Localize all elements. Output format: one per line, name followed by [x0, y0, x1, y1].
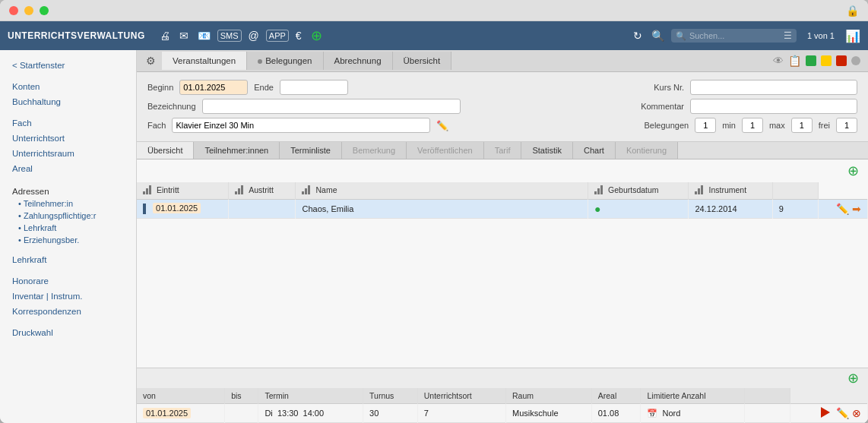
participants-table: Eintritt Austritt: [137, 182, 868, 219]
sidebar-item-buchhaltung[interactable]: Buchhaltung: [0, 94, 136, 109]
add-circle-icon[interactable]: ⊕: [309, 26, 325, 46]
sub-tab-statistik[interactable]: Statistik: [521, 142, 573, 159]
cell-limitierte: [745, 404, 790, 423]
note-icon[interactable]: 📋: [788, 55, 801, 67]
beginn-input[interactable]: [179, 80, 248, 95]
max-input[interactable]: [791, 118, 813, 133]
bottom-header-row: ⊕: [137, 368, 868, 388]
cell-turnus2: 7: [417, 404, 505, 423]
fach-input[interactable]: [172, 118, 430, 133]
termin-row[interactable]: 01.01.2025 Di 13:30 14:00 30: [137, 404, 868, 423]
content-area: ⚙ Veranstaltungen Belegungen Abrechnung …: [137, 50, 868, 423]
at-icon[interactable]: @: [246, 28, 261, 43]
sidebar-item-unterrichtsraum[interactable]: Unterrichtsraum: [0, 146, 136, 161]
th-unterrichtsort: Unterrichtsort: [417, 388, 505, 404]
ende-label: Ende: [254, 83, 274, 92]
th-austritt: Austritt: [229, 182, 296, 200]
sms-icon[interactable]: SMS: [217, 30, 242, 42]
th-geburtsdatum: Geburtsdatum: [588, 182, 689, 200]
edit-row-button[interactable]: ✏️: [836, 203, 849, 215]
add-participant-button[interactable]: ⊕: [847, 163, 859, 179]
sidebar-item-unterrichtsort[interactable]: Unterrichtsort: [0, 131, 136, 146]
th-row-actions: [772, 182, 818, 200]
sidebar-item-lehrkraft[interactable]: Lehrkraft: [0, 252, 136, 267]
record-count: 1 von 1: [807, 31, 835, 40]
kurs-nr-input[interactable]: [690, 80, 857, 95]
sidebar-item-lehrkraft-sub[interactable]: • Lehrkraft: [0, 222, 136, 234]
color-yellow[interactable]: [821, 55, 832, 66]
sidebar-item-areal[interactable]: Areal: [0, 161, 136, 176]
refresh-icon[interactable]: ↻: [631, 28, 645, 43]
tab-veranstaltungen[interactable]: Veranstaltungen: [162, 52, 247, 70]
eye-icon[interactable]: 👁: [773, 55, 784, 67]
belegungen-input[interactable]: [695, 118, 716, 133]
mail-icon[interactable]: ✉: [177, 28, 191, 43]
close-button[interactable]: [9, 6, 18, 15]
tab-übersicht[interactable]: Übersicht: [393, 52, 452, 70]
cell-bis: [225, 404, 258, 423]
maximize-button[interactable]: [40, 6, 49, 15]
th-termin: Termin: [258, 388, 363, 404]
sort-bar-eintritt: [143, 185, 151, 194]
sidebar-item-startfenster[interactable]: < Startfenster: [0, 58, 136, 73]
kommentar-label: Kommentar: [641, 102, 684, 111]
email-icon[interactable]: 📧: [195, 28, 213, 43]
min-input[interactable]: [742, 118, 763, 133]
cell-bottom-actions: ✏️ ⊗: [790, 404, 868, 423]
color-red[interactable]: [836, 55, 847, 66]
tabs-row: ⚙ Veranstaltungen Belegungen Abrechnung …: [137, 50, 868, 72]
sidebar-item-fach[interactable]: Fach: [0, 115, 136, 131]
bezeichnung-input[interactable]: [202, 99, 461, 114]
delete-termin-button[interactable]: ⊗: [852, 407, 861, 419]
navbar: UNTERRICHTSVERWALTUNG 🖨 ✉ 📧 SMS @ APP € …: [0, 21, 868, 50]
edit-fach-icon[interactable]: ✏️: [436, 120, 448, 131]
bars-chart-icon[interactable]: 📊: [845, 29, 860, 43]
app-brand: UNTERRICHTSVERWALTUNG: [8, 30, 145, 41]
sidebar-item-konten[interactable]: Konten: [0, 79, 136, 94]
search-box[interactable]: 🔍 ☰: [671, 29, 797, 43]
max-label: max: [769, 121, 785, 130]
kommentar-input[interactable]: [690, 99, 857, 114]
min-label: min: [722, 121, 736, 130]
edit-termin-button[interactable]: ✏️: [836, 407, 849, 419]
sidebar-item-teilnehmer[interactable]: • Teilnehmer:in: [0, 197, 136, 210]
sub-tab-terminliste[interactable]: Terminliste: [280, 142, 342, 159]
navigate-row-button[interactable]: ➡: [852, 203, 861, 215]
tab-belegungen[interactable]: Belegungen: [247, 52, 323, 70]
sidebar-item-inventar[interactable]: Inventar | Instrum.: [0, 289, 136, 304]
form-area: Beginn Ende Kurs Nr. Bezeichnung Komment…: [137, 72, 868, 142]
cell-unterrichtsort: Musikschule: [506, 404, 592, 423]
bezeichnung-label: Bezeichnung: [147, 102, 196, 111]
app2-icon[interactable]: APP: [266, 30, 289, 42]
sidebar-item-zahlungspflichtige[interactable]: • Zahlungspflichtige:r: [0, 210, 136, 222]
sidebar-item-honorare[interactable]: Honorare: [0, 273, 136, 289]
frei-input[interactable]: [836, 118, 857, 133]
print-icon[interactable]: 🖨: [157, 28, 173, 43]
sidebar-item-korrespondenzen[interactable]: Korrespondenzen: [0, 304, 136, 319]
frei-label: frei: [819, 121, 830, 130]
sidebar-item-druckwahl[interactable]: Druckwahl: [0, 325, 136, 340]
kurs-nr-label: Kurs Nr.: [654, 83, 684, 92]
euro-icon[interactable]: €: [293, 28, 304, 43]
th-name: Name: [296, 182, 588, 200]
cell-raum: 01.08: [591, 404, 641, 423]
sub-tab-chart[interactable]: Chart: [573, 142, 616, 159]
add-termin-button[interactable]: ⊕: [847, 370, 859, 387]
sidebar-item-erziehungsber[interactable]: • Erziehungsber.: [0, 234, 136, 246]
green-circle-icon: ●: [594, 203, 600, 215]
tab-abrechnung[interactable]: Abrechnung: [324, 52, 393, 70]
color-green[interactable]: [806, 55, 816, 66]
cell-turnus: 30: [363, 404, 418, 423]
sub-tab-teilnehmer[interactable]: Teilnehmer:innen: [194, 142, 280, 159]
cell-eintritt: 01.01.2025: [137, 200, 229, 219]
cell-geburtsdatum: 24.12.2014: [689, 200, 772, 219]
minimize-button[interactable]: [24, 6, 33, 15]
arrow-indicator: [821, 407, 833, 419]
search2-icon[interactable]: 🔍: [649, 28, 667, 43]
belegungen-label: Belegungen: [644, 121, 689, 130]
sub-tab-übersicht[interactable]: Übersicht: [137, 142, 194, 159]
settings-icon[interactable]: ⚙: [140, 50, 162, 71]
search-input[interactable]: [689, 31, 781, 40]
ende-input[interactable]: [280, 80, 348, 95]
table-row[interactable]: 01.01.2025 Chaos, Emilia ● 24.12.2014 9: [137, 200, 868, 219]
